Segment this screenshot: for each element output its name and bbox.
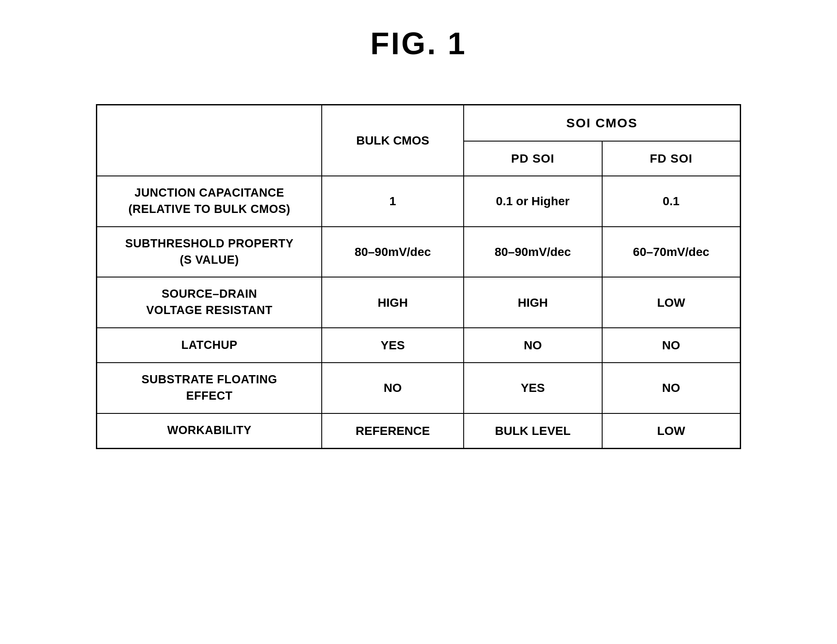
row-label-3: LATCHUP (97, 328, 322, 363)
header-row-1: BULK CMOS SOI CMOS (97, 105, 741, 142)
row-fd-3: NO (602, 328, 741, 363)
header-pd-soi: PD SOI (464, 141, 602, 176)
header-soi-cmos: SOI CMOS (464, 105, 741, 142)
row-pd-0: 0.1 or Higher (464, 176, 602, 227)
row-pd-3: NO (464, 328, 602, 363)
table-row: WORKABILITYREFERENCEBULK LEVELLOW (97, 413, 741, 449)
row-bulk-0: 1 (322, 176, 463, 227)
table-row: SOURCE–DRAINVOLTAGE RESISTANTHIGHHIGHLOW (97, 277, 741, 328)
table-row: JUNCTION CAPACITANCE(RELATIVE TO BULK CM… (97, 176, 741, 227)
row-fd-4: NO (602, 363, 741, 413)
comparison-table: BULK CMOS SOI CMOS PD SOI FD SOI JUNCTIO… (96, 104, 741, 449)
header-bulk-cmos: BULK CMOS (322, 105, 463, 176)
row-fd-2: LOW (602, 277, 741, 328)
row-pd-2: HIGH (464, 277, 602, 328)
row-label-1: SUBTHRESHOLD PROPERTY(S VALUE) (97, 227, 322, 277)
row-bulk-2: HIGH (322, 277, 463, 328)
table-row: LATCHUPYESNONO (97, 328, 741, 363)
header-fd-soi: FD SOI (602, 141, 741, 176)
row-label-4: SUBSTRATE FLOATINGEFFECT (97, 363, 322, 413)
page-title: FIG. 1 (370, 26, 467, 61)
table-wrapper: BULK CMOS SOI CMOS PD SOI FD SOI JUNCTIO… (96, 104, 741, 449)
row-bulk-1: 80–90mV/dec (322, 227, 463, 277)
row-pd-5: BULK LEVEL (464, 413, 602, 449)
table-body: JUNCTION CAPACITANCE(RELATIVE TO BULK CM… (97, 176, 741, 448)
table-row: SUBSTRATE FLOATINGEFFECTNOYESNO (97, 363, 741, 413)
header-empty (97, 105, 322, 176)
row-pd-1: 80–90mV/dec (464, 227, 602, 277)
row-fd-5: LOW (602, 413, 741, 449)
row-fd-1: 60–70mV/dec (602, 227, 741, 277)
table-row: SUBTHRESHOLD PROPERTY(S VALUE)80–90mV/de… (97, 227, 741, 277)
row-bulk-5: REFERENCE (322, 413, 463, 449)
row-label-5: WORKABILITY (97, 413, 322, 449)
row-fd-0: 0.1 (602, 176, 741, 227)
row-label-2: SOURCE–DRAINVOLTAGE RESISTANT (97, 277, 322, 328)
row-label-0: JUNCTION CAPACITANCE(RELATIVE TO BULK CM… (97, 176, 322, 227)
row-bulk-4: NO (322, 363, 463, 413)
row-pd-4: YES (464, 363, 602, 413)
row-bulk-3: YES (322, 328, 463, 363)
